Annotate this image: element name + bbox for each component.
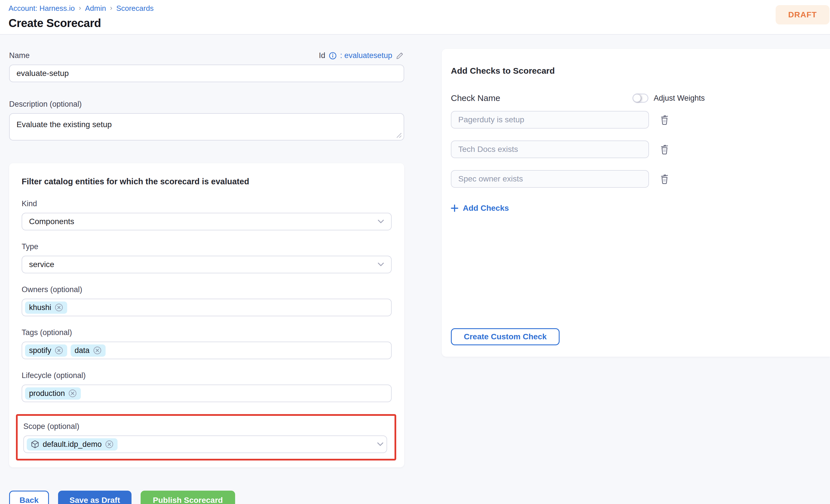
create-scorecard-page: Account: Harness.io › Admin › Scorecards… bbox=[0, 0, 830, 504]
id-value-link[interactable]: : evaluatesetup bbox=[340, 51, 392, 60]
lifecycle-label: Lifecycle (optional) bbox=[22, 371, 392, 380]
checks-panel-title: Add Checks to Scorecard bbox=[451, 66, 830, 76]
delete-check-button[interactable] bbox=[660, 173, 669, 184]
publish-scorecard-button[interactable]: Publish Scorecard bbox=[140, 491, 235, 504]
form-actions: Back Save as Draft Publish Scorecard bbox=[9, 491, 404, 504]
tags-input[interactable]: spotify data bbox=[22, 342, 392, 359]
tag-chip-label: data bbox=[74, 346, 90, 355]
add-checks-link[interactable]: Add Checks bbox=[451, 204, 509, 213]
description-label: Description (optional) bbox=[9, 100, 404, 109]
owners-input[interactable]: khushi bbox=[22, 299, 392, 316]
add-checks-panel: Add Checks to Scorecard Check Name Adjus… bbox=[442, 49, 830, 357]
page-title: Create Scorecard bbox=[8, 17, 830, 30]
chip-remove-icon[interactable] bbox=[55, 303, 63, 312]
breadcrumb-scorecards[interactable]: Scorecards bbox=[116, 4, 154, 13]
delete-check-button[interactable] bbox=[660, 114, 669, 125]
check-header-row: Check Name Adjust Weights bbox=[451, 93, 705, 103]
scorecard-form: Name Id : evaluatesetup Description bbox=[9, 51, 404, 504]
trash-icon bbox=[660, 173, 669, 184]
lifecycle-chip: production bbox=[25, 388, 81, 400]
check-row bbox=[451, 111, 830, 129]
trash-icon bbox=[660, 114, 669, 125]
breadcrumb-admin[interactable]: Admin bbox=[85, 4, 106, 13]
check-name-input[interactable] bbox=[451, 111, 649, 129]
tag-chip-label: spotify bbox=[29, 346, 51, 355]
lifecycle-chip-label: production bbox=[29, 389, 65, 398]
breadcrumb-separator-icon: › bbox=[79, 4, 81, 12]
chip-remove-icon[interactable] bbox=[55, 346, 63, 355]
tags-label: Tags (optional) bbox=[22, 328, 392, 337]
check-row bbox=[451, 140, 830, 158]
main-content: Name Id : evaluatesetup Description bbox=[0, 35, 830, 504]
breadcrumb-separator-icon: › bbox=[110, 4, 112, 12]
chevron-down-icon bbox=[377, 219, 384, 224]
resize-handle-icon[interactable] bbox=[396, 133, 402, 138]
delete-check-button[interactable] bbox=[660, 144, 669, 155]
breadcrumb: Account: Harness.io › Admin › Scorecards bbox=[8, 4, 830, 13]
scope-chip-label: default.idp_demo bbox=[43, 440, 102, 449]
owner-chip: khushi bbox=[25, 301, 67, 314]
pencil-icon[interactable] bbox=[396, 52, 404, 60]
status-badge: DRAFT bbox=[776, 5, 829, 25]
kind-select[interactable]: Components bbox=[22, 213, 392, 230]
kind-value: Components bbox=[29, 217, 74, 226]
type-select[interactable]: service bbox=[22, 256, 392, 273]
check-row bbox=[451, 170, 830, 188]
chip-remove-icon[interactable] bbox=[105, 440, 114, 448]
chevron-down-icon bbox=[377, 442, 384, 446]
create-custom-check-button[interactable]: Create Custom Check bbox=[451, 328, 560, 345]
kind-label: Kind bbox=[22, 199, 392, 208]
lifecycle-input[interactable]: production bbox=[22, 384, 392, 402]
type-label: Type bbox=[22, 242, 392, 251]
info-icon[interactable] bbox=[329, 52, 337, 60]
description-textarea[interactable]: Evaluate the existing setup bbox=[9, 113, 404, 140]
chevron-down-icon bbox=[377, 262, 384, 267]
tag-chip: spotify bbox=[25, 344, 67, 357]
check-name-input[interactable] bbox=[451, 170, 649, 188]
trash-icon bbox=[660, 144, 669, 155]
filter-card: Filter catalog entities for which the sc… bbox=[9, 163, 404, 467]
type-value: service bbox=[29, 260, 54, 269]
chip-remove-icon[interactable] bbox=[93, 346, 102, 355]
id-row: Id : evaluatesetup bbox=[319, 51, 404, 60]
name-label: Name bbox=[9, 51, 30, 60]
chip-remove-icon[interactable] bbox=[68, 389, 77, 398]
check-name-label: Check Name bbox=[451, 93, 500, 103]
description-text: Evaluate the existing setup bbox=[17, 120, 112, 129]
owner-chip-label: khushi bbox=[29, 303, 51, 312]
adjust-weights-label: Adjust Weights bbox=[653, 94, 705, 103]
page-header: Account: Harness.io › Admin › Scorecards… bbox=[0, 0, 830, 35]
filter-card-title: Filter catalog entities for which the sc… bbox=[22, 177, 392, 186]
breadcrumb-account[interactable]: Account: Harness.io bbox=[8, 4, 75, 13]
back-button[interactable]: Back bbox=[9, 491, 49, 504]
cube-icon bbox=[31, 440, 39, 448]
id-label: Id bbox=[319, 51, 325, 60]
add-checks-label: Add Checks bbox=[463, 204, 509, 213]
owners-label: Owners (optional) bbox=[22, 285, 392, 294]
scope-label: Scope (optional) bbox=[23, 422, 387, 431]
adjust-weights-control: Adjust Weights bbox=[633, 94, 705, 103]
check-name-input[interactable] bbox=[451, 140, 649, 158]
save-as-draft-button[interactable]: Save as Draft bbox=[58, 491, 131, 504]
toggle-knob bbox=[633, 94, 641, 102]
annotation-rectangle: Scope (optional) default.idp_demo bbox=[16, 414, 396, 461]
scope-chip: default.idp_demo bbox=[27, 438, 118, 450]
tag-chip: data bbox=[71, 344, 105, 357]
adjust-weights-toggle[interactable] bbox=[633, 94, 648, 103]
scope-select[interactable]: default.idp_demo bbox=[23, 435, 387, 453]
name-input[interactable] bbox=[9, 65, 404, 82]
plus-icon bbox=[451, 204, 458, 212]
